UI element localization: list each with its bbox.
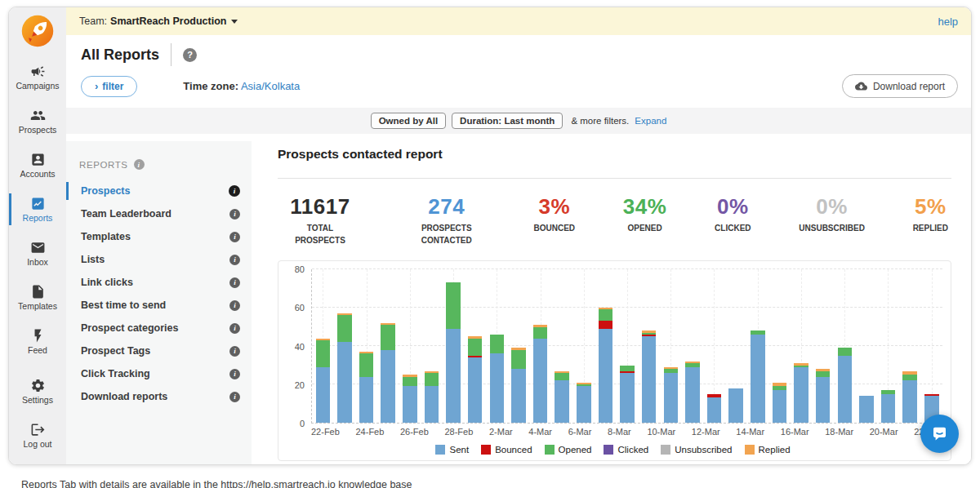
reports-nav-item-link-clicks[interactable]: Link clicksi xyxy=(66,271,252,294)
bar-7-Mar[interactable] xyxy=(599,269,613,423)
stat-value: 274 xyxy=(408,194,486,220)
info-icon[interactable]: i xyxy=(229,255,240,265)
stat-value: 0% xyxy=(715,194,751,220)
bar-21-Mar[interactable] xyxy=(902,269,917,423)
bar-24-Feb[interactable] xyxy=(359,269,374,423)
x-tick-slot: 8-Mar xyxy=(608,427,631,437)
bar-11-Mar[interactable] xyxy=(685,269,700,423)
info-icon[interactable]: i xyxy=(229,346,240,357)
reports-nav-item-label: Click Tracking xyxy=(81,368,229,379)
reports-nav-item-click-tracking[interactable]: Click Trackingi xyxy=(66,362,252,385)
legend-swatch xyxy=(604,445,613,455)
bar-20-Mar[interactable] xyxy=(881,269,896,423)
bar-segment-sent xyxy=(728,388,743,423)
timezone-link[interactable]: Asia/Kolkata xyxy=(241,80,300,92)
reports-nav-panel: REPORTS i ProspectsiTeam LeaderboardiTem… xyxy=(66,141,252,464)
info-icon[interactable]: i xyxy=(229,300,240,311)
reports-nav-item-label: Link clicks xyxy=(81,277,229,288)
bar-17-Mar[interactable] xyxy=(816,269,831,423)
question-circle-icon[interactable]: ? xyxy=(183,48,197,62)
stat-value: 0% xyxy=(799,194,865,220)
reports-nav-item-best-time-to-send[interactable]: Best time to sendi xyxy=(66,294,252,317)
bar-segment-opened xyxy=(468,339,483,356)
team-topbar: Team: SmartReach Production help xyxy=(66,7,971,35)
expand-filters-link[interactable]: Expand xyxy=(635,116,666,126)
bar-slot xyxy=(747,269,769,423)
reports-nav-item-templates[interactable]: Templatesi xyxy=(66,225,252,248)
bar-6-Mar[interactable] xyxy=(577,269,591,423)
sidebar-item-inbox[interactable]: Inbox xyxy=(9,235,66,272)
bar-8-Mar[interactable] xyxy=(620,269,635,423)
sidebar-item-reports[interactable]: Reports xyxy=(9,191,66,228)
legend-swatch xyxy=(745,445,755,455)
bar-10-Mar[interactable] xyxy=(664,269,679,423)
prospects-contacted-chart: 020406080 22-Feb24-Feb26-Feb28-Feb2-Mar4… xyxy=(278,260,951,461)
info-icon[interactable]: i xyxy=(229,185,240,197)
bar-18-Mar[interactable] xyxy=(838,269,853,423)
sidebar-item-prospects[interactable]: Prospects xyxy=(9,103,66,140)
filter-chip-owner[interactable]: Owned by All xyxy=(371,113,446,129)
sidebar-item-templates[interactable]: Templates xyxy=(9,279,66,316)
bar-segment-sent xyxy=(403,386,417,423)
reports-nav-item-download-reports[interactable]: Download reportsi xyxy=(66,385,252,408)
bar-23-Feb[interactable] xyxy=(337,269,352,423)
reports-nav-heading-row: REPORTS i xyxy=(66,159,252,180)
sidebar-item-feed[interactable]: Feed xyxy=(9,323,66,360)
filter-chip-duration[interactable]: Duration: Last month xyxy=(452,113,563,129)
bar-13-Mar[interactable] xyxy=(728,269,743,423)
bar-15-Mar[interactable] xyxy=(773,269,787,423)
bar-14-Mar[interactable] xyxy=(751,269,765,423)
info-icon[interactable]: i xyxy=(229,392,240,402)
bar-19-Mar[interactable] xyxy=(859,269,874,423)
sidebar-item-campaigns[interactable]: Campaigns xyxy=(9,59,66,95)
info-icon[interactable]: i xyxy=(229,323,240,334)
reports-nav-item-prospects[interactable]: Prospectsi xyxy=(66,180,252,202)
bar-1-Mar[interactable] xyxy=(468,269,483,423)
bar-5-Mar[interactable] xyxy=(555,269,569,423)
download-report-button[interactable]: Download report xyxy=(842,74,958,98)
stat-bounced: 3%BOUNCED xyxy=(534,194,576,235)
bar-16-Mar[interactable] xyxy=(794,269,808,423)
legend-item-unsubscribed[interactable]: Unsubscribed xyxy=(661,445,732,455)
bar-25-Feb[interactable] xyxy=(381,269,395,423)
bar-26-Feb[interactable] xyxy=(403,269,417,423)
reports-nav-item-label: Download reports xyxy=(81,391,229,402)
team-selector[interactable]: SmartReach Production xyxy=(110,16,226,27)
chat-launcher-button[interactable] xyxy=(920,415,959,453)
filter-button[interactable]: › filter xyxy=(81,76,137,97)
stat-label: BOUNCED xyxy=(534,223,576,235)
bar-9-Mar[interactable] xyxy=(642,269,657,423)
reports-nav-item-prospect-categories[interactable]: Prospect categoriesi xyxy=(66,317,252,339)
info-icon[interactable]: i xyxy=(229,277,240,288)
reports-nav-item-lists[interactable]: Listsi xyxy=(66,248,252,271)
bar-22-Mar[interactable] xyxy=(924,269,939,423)
sidebar-item-log-out[interactable]: Log out xyxy=(9,417,66,454)
reports-nav-item-team-leaderboard[interactable]: Team Leaderboardi xyxy=(66,202,252,225)
x-tick-label: 28-Feb xyxy=(444,427,473,437)
help-link[interactable]: help xyxy=(938,16,958,28)
bar-27-Feb[interactable] xyxy=(425,269,439,423)
bar-12-Mar[interactable] xyxy=(707,269,722,423)
legend-item-clicked[interactable]: Clicked xyxy=(604,445,648,455)
stat-label: UNSUBSCRIBED xyxy=(799,223,865,235)
info-icon[interactable]: i xyxy=(229,369,240,379)
bar-segment-sent xyxy=(816,377,831,423)
legend-item-opened[interactable]: Opened xyxy=(545,445,592,455)
sidebar-item-settings[interactable]: Settings xyxy=(9,373,66,410)
info-icon[interactable]: i xyxy=(229,209,240,220)
bar-slot xyxy=(768,269,791,423)
bar-4-Mar[interactable] xyxy=(533,269,548,423)
sidebar-nav-bottom: SettingsLog out xyxy=(9,373,66,461)
bar-2-Mar[interactable] xyxy=(490,269,505,423)
sidebar-item-accounts[interactable]: Accounts xyxy=(9,147,66,184)
legend-item-sent[interactable]: Sent xyxy=(435,445,469,455)
reports-nav-item-prospect-tags[interactable]: Prospect Tagsi xyxy=(66,339,252,362)
bar-22-Feb[interactable] xyxy=(316,269,331,423)
bar-28-Feb[interactable] xyxy=(446,269,461,423)
legend-item-bounced[interactable]: Bounced xyxy=(481,445,532,455)
info-icon[interactable]: i xyxy=(229,232,240,242)
info-icon[interactable]: i xyxy=(134,159,145,170)
smartreach-logo-icon[interactable] xyxy=(20,13,56,49)
legend-item-replied[interactable]: Replied xyxy=(745,445,791,455)
bar-3-Mar[interactable] xyxy=(511,269,526,423)
